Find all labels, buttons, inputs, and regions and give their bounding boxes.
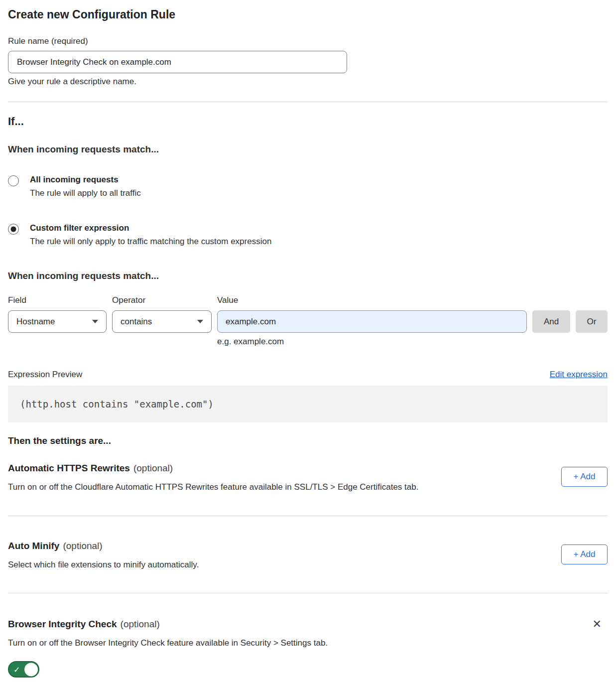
radio-description: The rule will apply to all traffic (30, 188, 141, 198)
add-auto-minify-button[interactable]: + Add (561, 545, 608, 564)
chevron-down-icon (197, 320, 203, 323)
setting-optional-tag: (optional) (133, 463, 173, 474)
radio-texts: Custom filter expression The rule will o… (30, 223, 271, 247)
if-heading: If... (8, 115, 608, 128)
expression-builder: Field Operator Value Hostname contains A… (8, 295, 608, 347)
close-icon[interactable]: ✕ (593, 619, 602, 630)
rule-name-input[interactable] (8, 51, 347, 73)
expression-preview-label: Expression Preview (8, 370, 82, 380)
create-configuration-rule-form: Create new Configuration Rule Rule name … (0, 8, 616, 678)
edit-expression-link[interactable]: Edit expression (550, 370, 608, 380)
radio-option-all-requests[interactable]: All incoming requests The rule will appl… (8, 175, 608, 198)
expression-builder-heading: When incoming requests match... (8, 271, 608, 281)
add-automatic-https-rewrites-button[interactable]: + Add (561, 467, 608, 487)
operator-column-label: Operator (112, 295, 212, 305)
page-title: Create new Configuration Rule (8, 8, 608, 21)
radio-button[interactable] (8, 175, 19, 186)
check-icon: ✓ (13, 665, 20, 674)
section-divider (8, 102, 608, 102)
setting-title: Browser Integrity Check (8, 619, 117, 630)
operator-select[interactable]: contains (112, 310, 212, 333)
value-column-label: Value (217, 295, 608, 305)
setting-auto-minify: Auto Minify (optional) Select which file… (8, 541, 608, 570)
setting-description: Turn on or off the Browser Integrity Che… (8, 638, 608, 648)
and-button[interactable]: And (532, 310, 570, 333)
radio-option-custom-filter[interactable]: Custom filter expression The rule will o… (8, 223, 608, 247)
chevron-down-icon (92, 320, 98, 323)
section-divider (8, 516, 608, 516)
expression-preview-code: (http.host contains "example.com") (8, 386, 608, 422)
radio-texts: All incoming requests The rule will appl… (30, 175, 141, 198)
rule-name-helper: Give your rule a descriptive name. (8, 77, 608, 87)
radio-label[interactable]: All incoming requests (30, 175, 141, 185)
setting-optional-tag: (optional) (121, 619, 160, 630)
browser-integrity-check-toggle[interactable]: ✓ (8, 661, 39, 678)
value-helper: e.g. example.com (217, 337, 527, 347)
field-select-value: Hostname (16, 317, 55, 327)
or-button[interactable]: Or (576, 310, 608, 333)
setting-title: Automatic HTTPS Rewrites (8, 463, 130, 474)
field-column-label: Field (8, 295, 107, 305)
operator-select-value: contains (121, 317, 152, 327)
setting-title-row: Auto Minify (optional) (8, 541, 608, 551)
radio-description: The rule will only apply to traffic matc… (30, 237, 271, 247)
setting-title-row: Automatic HTTPS Rewrites (optional) (8, 463, 608, 474)
expression-preview-header: Expression Preview Edit expression (8, 370, 608, 380)
rule-name-label: Rule name (required) (8, 36, 608, 46)
field-select[interactable]: Hostname (8, 310, 107, 333)
setting-description: Turn on or off the Cloudflare Automatic … (8, 482, 608, 492)
section-divider (8, 593, 608, 593)
setting-title-row: Browser Integrity Check (optional) (8, 619, 608, 630)
value-input[interactable] (217, 310, 527, 333)
setting-browser-integrity-check: Browser Integrity Check (optional) ✕ Tur… (8, 619, 608, 678)
match-type-radio-group: All incoming requests The rule will appl… (8, 175, 608, 247)
setting-title: Auto Minify (8, 541, 59, 551)
match-heading: When incoming requests match... (8, 144, 608, 155)
toggle-knob[interactable] (24, 663, 38, 676)
settings-heading: Then the settings are... (8, 435, 608, 446)
radio-button-selected[interactable] (8, 224, 19, 235)
radio-label[interactable]: Custom filter expression (30, 223, 271, 233)
setting-automatic-https-rewrites: Automatic HTTPS Rewrites (optional) Turn… (8, 463, 608, 492)
setting-description: Select which file extensions to minify a… (8, 560, 608, 570)
setting-optional-tag: (optional) (63, 541, 102, 551)
